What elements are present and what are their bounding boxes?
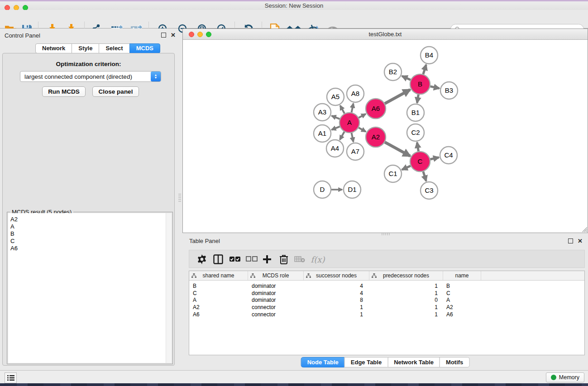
svg-text:A7: A7 (351, 148, 359, 155)
graph-node-C1[interactable]: C1 (384, 165, 402, 182)
minimize-network-icon[interactable] (197, 32, 203, 37)
tab-mcds[interactable]: MCDS (129, 43, 160, 53)
graph-edge-B-B1[interactable] (417, 95, 418, 103)
graph-node-A4[interactable]: A4 (326, 140, 344, 157)
network-graph[interactable]: AA1A2A3A4A5A6A7A8BB1B2B3B4CC1C2C3C4DD1 (183, 40, 588, 233)
control-panel-window-buttons: ✕ (161, 33, 176, 38)
column-header-shared-name[interactable]: shared name (189, 271, 248, 280)
network-canvas[interactable]: AA1A2A3A4A5A6A7A8BB1B2B3B4CC1C2C3C4DD1 (183, 40, 588, 233)
graph-node-A[interactable]: A (339, 113, 359, 133)
resize-grip-icon[interactable] (580, 225, 587, 232)
graph-edge-C-C4[interactable] (430, 157, 439, 159)
tab-edge-table[interactable]: Edge Table (344, 357, 388, 367)
graph-node-A2[interactable]: A2 (366, 127, 386, 147)
status-bar: Memory (0, 370, 588, 383)
graph-edge-C-C2[interactable] (417, 143, 418, 152)
graph-edge-A-A6[interactable] (359, 114, 366, 118)
graph-edge-B-B2[interactable] (402, 76, 411, 80)
close-network-icon[interactable] (189, 32, 194, 37)
mcds-result-list[interactable]: A2 A B C A6 (8, 213, 172, 363)
table-row[interactable]: A2connector11A2 (189, 304, 584, 311)
column-header-mcds-role[interactable]: MCDS role (248, 271, 304, 280)
table-row[interactable]: Bdominator41B (189, 282, 584, 290)
network-window-titlebar[interactable]: testGlobe.txt (183, 29, 588, 40)
graph-edge-A-A4[interactable] (340, 132, 344, 140)
tab-motifs[interactable]: Motifs (440, 357, 469, 367)
graph-node-C4[interactable]: C4 (440, 147, 457, 164)
table-row[interactable]: A6connector11A6 (189, 311, 584, 318)
list-icon (7, 375, 14, 381)
table-row[interactable]: Cdominator41C (189, 290, 584, 297)
graph-node-B1[interactable]: B1 (407, 104, 424, 121)
column-header-predecessor-nodes[interactable]: predecessor nodes (369, 271, 443, 280)
maximize-network-icon[interactable] (206, 32, 211, 37)
graph-node-A8[interactable]: A8 (347, 85, 364, 102)
tab-network-table[interactable]: Network Table (387, 357, 440, 367)
close-panel-icon[interactable]: ✕ (171, 33, 176, 38)
graph-edge-A2-C[interactable] (385, 142, 410, 156)
close-panel-icon[interactable]: ✕ (578, 238, 583, 243)
graph-edge-A-A5[interactable] (340, 105, 345, 113)
graph-edge-A6-B[interactable] (385, 90, 410, 104)
list-item[interactable]: A6 (8, 245, 172, 252)
vertical-splitter-grip[interactable] (178, 194, 181, 202)
graph-edge-A-A2[interactable] (359, 128, 366, 132)
unchecked-boxes-icon[interactable] (244, 252, 259, 267)
tab-style[interactable]: Style (72, 43, 99, 53)
split-columns-icon[interactable] (211, 252, 225, 267)
tab-network[interactable]: Network (35, 43, 72, 53)
graph-node-C3[interactable]: C3 (421, 182, 438, 199)
memory-label: Memory (559, 374, 579, 381)
graph-node-A1[interactable]: A1 (314, 125, 331, 142)
gear-icon[interactable] (195, 252, 209, 267)
graph-node-A6[interactable]: A6 (366, 99, 386, 119)
graph-node-D[interactable]: D (314, 181, 331, 198)
table-panel-title: Table Panel (189, 238, 220, 244)
graph-edge-A-A7[interactable] (352, 133, 354, 142)
list-item[interactable]: B (8, 230, 172, 238)
table-row[interactable]: Adominator80A (189, 297, 584, 304)
add-column-icon[interactable] (260, 252, 274, 267)
graph-edge-A-A8[interactable] (352, 104, 354, 113)
close-panel-button[interactable]: Close panel (92, 86, 139, 97)
delete-table-icon[interactable] (292, 252, 307, 267)
graph-edge-A-A1[interactable] (331, 127, 339, 130)
graph-node-B[interactable]: B (410, 74, 430, 94)
graph-node-C[interactable]: C (410, 152, 430, 172)
fx-label: f(x) (311, 255, 325, 264)
graph-edge-C-C1[interactable] (402, 166, 411, 170)
tab-select[interactable]: Select (99, 43, 129, 53)
graph-edge-B-B3[interactable] (430, 86, 439, 88)
graph-edge-B-B4[interactable] (423, 65, 426, 74)
list-item[interactable]: C (8, 238, 172, 245)
run-mcds-button[interactable]: Run MCDS (42, 86, 86, 97)
list-item[interactable]: A (8, 223, 172, 230)
graph-node-B3[interactable]: B3 (440, 82, 458, 99)
scrollbar-track[interactable] (166, 213, 172, 363)
list-item[interactable]: A2 (8, 216, 172, 223)
checked-boxes-icon[interactable] (228, 252, 242, 267)
delete-column-trash-icon[interactable] (277, 252, 291, 267)
tab-node-table[interactable]: Node Table (301, 357, 345, 367)
task-history-button[interactable] (5, 372, 17, 383)
graph-node-A5[interactable]: A5 (327, 88, 344, 105)
graph-node-A3[interactable]: A3 (314, 104, 331, 121)
float-panel-icon[interactable] (568, 238, 573, 243)
criterion-select[interactable]: largest connected component (directed) ▲… (20, 71, 161, 82)
graph-edge-A-A3[interactable] (332, 116, 340, 119)
graph-node-B2[interactable]: B2 (384, 63, 402, 81)
graph-edge-C-C3[interactable] (423, 172, 426, 181)
column-header-successor-nodes[interactable]: successor nodes (304, 271, 369, 280)
network-window-controls[interactable] (189, 32, 211, 37)
function-builder-icon[interactable]: f(x) (308, 252, 328, 267)
mcds-result-groupbox: MCDS result (5 nodes) A2 A B C A6 (7, 209, 173, 364)
column-header-name[interactable]: name (443, 271, 481, 280)
memory-button[interactable]: Memory (546, 372, 584, 382)
graph-node-B4[interactable]: B4 (421, 47, 438, 64)
float-panel-icon[interactable] (161, 33, 166, 38)
optimization-criterion-label: Optimization criterion: (3, 61, 174, 67)
graph-node-C2[interactable]: C2 (407, 124, 424, 141)
graph-node-D1[interactable]: D1 (344, 181, 361, 198)
graph-node-A7[interactable]: A7 (347, 143, 364, 160)
control-panel: Control Panel ✕ Network Style Select MCD… (0, 29, 177, 370)
